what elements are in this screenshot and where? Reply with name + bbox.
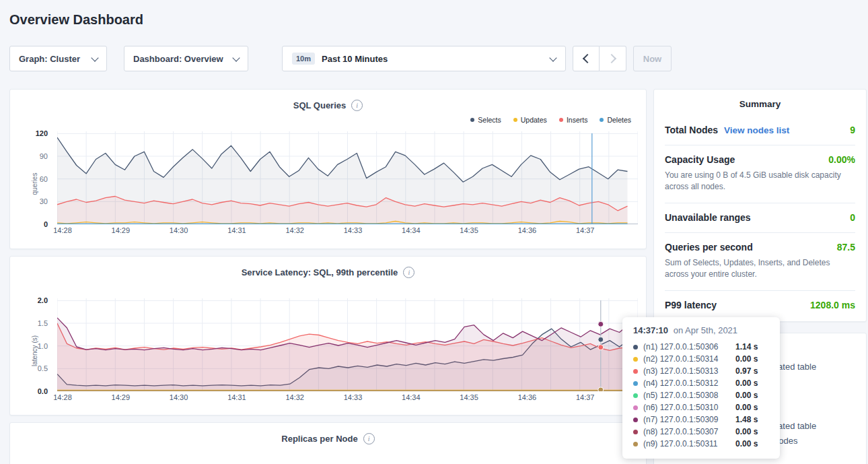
legend-item: Inserts xyxy=(559,116,588,124)
y-tick-label: 0.0 xyxy=(38,387,48,395)
service-latency-chart[interactable] xyxy=(57,298,638,391)
tooltip-node-name: (n5) 127.0.0.1:50308 xyxy=(643,391,735,400)
sql-queries-card: SQL Queries i SelectsUpdatesInsertsDelet… xyxy=(9,89,647,249)
x-tick-label: 14:33 xyxy=(344,226,363,234)
x-tick-label: 14:35 xyxy=(460,226,478,234)
tooltip-node-row: (n4) 127.0.0.1:503120.00 s xyxy=(633,377,769,389)
total-nodes-value: 9 xyxy=(850,125,855,135)
unavailable-ranges-value: 0 xyxy=(850,212,855,223)
legend-dot-icon xyxy=(559,118,563,122)
tooltip-node-name: (n9) 127.0.0.1:50311 xyxy=(643,439,735,449)
chevron-down-icon xyxy=(91,54,98,61)
x-tick-label: 14:31 xyxy=(227,226,246,234)
x-tick-label: 14:32 xyxy=(285,393,304,401)
tooltip-node-name: (n1) 127.0.0.1:50306 xyxy=(643,342,735,352)
node-series-dot-icon xyxy=(633,381,638,386)
sql-queries-info-icon[interactable]: i xyxy=(351,100,363,111)
y-tick-label: 90 xyxy=(40,152,48,160)
y-tick-label: 120 xyxy=(36,129,48,137)
time-range-picker[interactable]: 10m Past 10 Minutes xyxy=(282,46,566,71)
tooltip-node-value: 0.00 s xyxy=(735,439,758,449)
now-button[interactable]: Now xyxy=(633,46,672,71)
y-tick-label: 60 xyxy=(40,175,48,183)
capacity-usage-value: 0.00% xyxy=(828,154,855,165)
service-latency-card: Service Latency: SQL, 99th percentile i … xyxy=(9,256,647,416)
capacity-usage-description: You are using 0 B of 4.5 GiB usable disk… xyxy=(665,170,855,193)
tooltip-node-value: 0.97 s xyxy=(735,366,758,376)
y-tick-label: 1.0 xyxy=(38,342,48,350)
node-series-dot-icon xyxy=(633,442,638,446)
tooltip-node-name: (n8) 127.0.0.1:50307 xyxy=(643,427,735,436)
service-latency-info-icon[interactable]: i xyxy=(403,267,414,278)
view-nodes-list-link[interactable]: View nodes list xyxy=(724,125,789,135)
tooltip-node-name: (n7) 127.0.0.1:50309 xyxy=(643,415,735,424)
summary-row-total-nodes: Total Nodes View nodes list 9 xyxy=(665,116,855,145)
x-tick-label: 14:31 xyxy=(227,393,246,401)
total-nodes-label: Total Nodes xyxy=(665,125,718,135)
time-pager xyxy=(573,46,626,71)
chart-head: Service Latency: SQL, 99th percentile i xyxy=(20,257,637,278)
tooltip-node-name: (n3) 127.0.0.1:50313 xyxy=(643,366,735,376)
tooltip-date: on Apr 5th, 2021 xyxy=(674,325,737,335)
tooltip-node-value: 0.00 s xyxy=(735,354,758,364)
summary-title: Summary xyxy=(665,99,855,109)
chevron-right-icon xyxy=(607,54,616,63)
legend-item: Deletes xyxy=(600,116,631,124)
tooltip-node-name: (n4) 127.0.0.1:50312 xyxy=(643,378,735,388)
tooltip-node-row: (n7) 127.0.0.1:503091.48 s xyxy=(633,413,769,426)
sql-queries-legend: SelectsUpdatesInsertsDeletes xyxy=(20,115,637,125)
x-tick-label: 14:35 xyxy=(460,393,478,401)
legend-dot-icon xyxy=(470,118,474,122)
replicas-per-node-info-icon[interactable]: i xyxy=(363,433,375,444)
chevron-down-icon xyxy=(232,54,240,61)
x-tick-label: 14:32 xyxy=(285,226,304,234)
y-tick-label: 1.5 xyxy=(38,319,48,327)
x-tick-label: 14:36 xyxy=(518,393,537,401)
y-axis-labels: 0.00.51.01.52.0 xyxy=(20,298,53,391)
x-tick-label: 14:29 xyxy=(112,393,131,401)
x-tick-label: 14:34 xyxy=(402,226,421,234)
chevron-left-icon xyxy=(582,54,591,63)
tooltip-node-value: 0.00 s xyxy=(735,427,758,436)
legend-dot-icon xyxy=(600,118,604,122)
time-next-button[interactable] xyxy=(600,46,626,71)
tooltip-node-value: 0.00 s xyxy=(735,391,758,400)
chevron-down-icon xyxy=(549,54,556,61)
replicas-per-node-card: Replicas per Node i xyxy=(9,422,647,464)
tooltip-node-name: (n6) 127.0.0.1:50310 xyxy=(643,403,735,412)
node-series-dot-icon xyxy=(633,405,638,410)
summary-row-capacity-usage: Capacity Usage 0.00% You are using 0 B o… xyxy=(665,145,855,203)
chart-head: SQL Queries i xyxy=(20,90,637,111)
replicas-per-node-title: Replicas per Node xyxy=(281,434,357,444)
queries-per-second-value: 87.5 xyxy=(837,242,855,253)
legend-item: Selects xyxy=(470,116,501,124)
legend-item: Updates xyxy=(513,116,547,124)
tooltip-node-row: (n5) 127.0.0.1:503080.00 s xyxy=(633,389,769,401)
graph-dropdown[interactable]: Graph: Cluster xyxy=(9,46,107,71)
tooltip-time: 14:37:10 xyxy=(633,325,668,335)
x-tick-label: 14:30 xyxy=(170,226,188,234)
y-tick-label: 2.0 xyxy=(38,296,48,304)
y-tick-label: 0.5 xyxy=(38,364,48,372)
sql-queries-chart[interactable] xyxy=(57,131,638,224)
tooltip-node-value: 0.00 s xyxy=(735,403,758,412)
tooltip-node-row: (n3) 127.0.0.1:503130.97 s xyxy=(633,365,769,377)
x-tick-label: 14:34 xyxy=(402,393,421,401)
node-series-dot-icon xyxy=(633,369,638,374)
unavailable-ranges-label: Unavailable ranges xyxy=(665,212,751,223)
sql-queries-plot[interactable]: 14:2814:2914:3014:3114:3214:3314:3414:35… xyxy=(57,131,637,236)
tooltip-node-row: (n9) 127.0.0.1:503110.00 s xyxy=(633,438,769,450)
tooltip-node-value: 0.00 s xyxy=(735,378,758,388)
tooltip-node-row: (n6) 127.0.0.1:503100.00 s xyxy=(633,401,769,413)
dashboard-dropdown[interactable]: Dashboard: Overview xyxy=(124,46,248,71)
x-tick-label: 14:37 xyxy=(576,226,595,234)
service-latency-plot[interactable]: 14:2814:2914:3014:3114:3214:3314:3414:35… xyxy=(57,298,637,403)
p99-latency-label: P99 latency xyxy=(665,300,717,310)
service-latency-legend xyxy=(20,282,637,292)
x-tick-label: 14:37 xyxy=(576,393,595,401)
x-tick-label: 14:28 xyxy=(53,226,72,234)
queries-per-second-label: Queries per second xyxy=(665,242,753,253)
y-tick-label: 0 xyxy=(44,220,48,228)
tooltip-node-value: 1.48 s xyxy=(735,415,758,424)
time-prev-button[interactable] xyxy=(573,46,600,71)
